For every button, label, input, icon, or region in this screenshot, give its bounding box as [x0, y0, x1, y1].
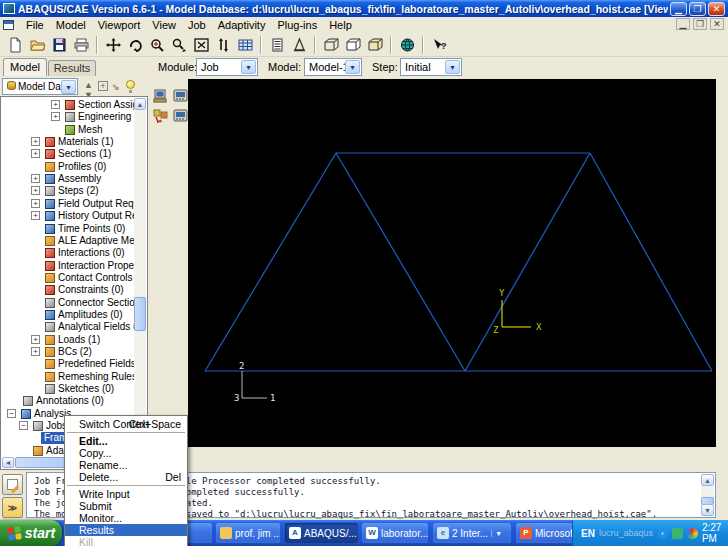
taskbar-button-prof-jim[interactable]: prof. jim ... [216, 523, 280, 543]
language-indicator[interactable]: EN [581, 528, 595, 539]
chevron-down-icon[interactable]: ▼ [445, 60, 460, 74]
menu-view[interactable]: View [146, 18, 182, 32]
note-pencil-icon [7, 479, 18, 490]
menu-plug-ins[interactable]: Plug-ins [271, 18, 323, 32]
tray-status-icon[interactable] [672, 528, 683, 539]
new-icon[interactable] [4, 35, 26, 55]
scroll-up-button[interactable]: ▲ [134, 98, 146, 110]
tree-expander[interactable]: + [31, 174, 40, 183]
context-menu-switch-context[interactable]: Switch ContextCtrl+Space [65, 418, 187, 430]
menu-model[interactable]: Model [50, 18, 92, 32]
tree-scope-combo[interactable]: Model Datab ▼ [2, 78, 78, 95]
context-menu-edit[interactable]: Edit... [65, 435, 187, 447]
tray-language-icon[interactable]: ‹ [657, 528, 668, 539]
job-create-button[interactable] [151, 87, 170, 104]
chevron-down-icon[interactable]: ▼ [345, 60, 360, 74]
scroll-up-button[interactable]: ▲ [701, 474, 714, 486]
context-menu-monitor[interactable]: Monitor... [65, 512, 187, 524]
tree-expander[interactable]: + [31, 199, 40, 208]
mdi-close-button[interactable]: ✕ [710, 18, 724, 30]
tree-expander[interactable]: − [19, 421, 28, 430]
annotations-0-icon [23, 396, 33, 406]
tree-expander[interactable]: + [51, 112, 60, 121]
start-button[interactable]: start [0, 520, 62, 546]
tree-expander[interactable]: + [31, 186, 40, 195]
job-context-menu: Switch ContextCtrl+SpaceEdit...Copy...Re… [64, 415, 188, 546]
adaptivity-create-button[interactable] [151, 107, 170, 124]
taskbar-button-2-inter[interactable]: e2 Inter...▼ [433, 523, 511, 543]
lightbulb-icon[interactable] [126, 80, 135, 89]
expand-all-icon[interactable]: + [98, 81, 108, 91]
tree-expander[interactable]: + [31, 347, 40, 356]
context-menu-copy[interactable]: Copy... [65, 447, 187, 459]
print-icon[interactable] [70, 35, 92, 55]
hiddenline-render-icon[interactable] [342, 35, 364, 55]
minimize-button[interactable]: ▁ [670, 2, 687, 16]
truss-model: YXZ213 [188, 79, 716, 447]
zoom-select-icon[interactable] [168, 35, 190, 55]
scroll-left-button[interactable]: ◄ [2, 457, 14, 468]
tree-vscroll-thumb[interactable] [134, 297, 146, 331]
taskbar-button-laborator[interactable]: Wlaborator... [362, 523, 428, 543]
tab-results[interactable]: Results [48, 60, 96, 76]
connector-sections-0-icon [45, 298, 55, 308]
menu-viewport[interactable]: Viewport [92, 18, 147, 32]
fit-icon[interactable] [190, 35, 212, 55]
taskbar-button-abaqus[interactable]: AABAQUS/... [285, 523, 358, 543]
chevron-down-icon[interactable]: ▼ [491, 530, 502, 537]
cycle-views-icon[interactable] [212, 35, 234, 55]
context-menu-delete[interactable]: Delete...Del [65, 471, 187, 483]
menu-job[interactable]: Job [182, 18, 212, 32]
tree-expander[interactable]: + [31, 149, 40, 158]
step-combo[interactable]: Initial▼ [400, 58, 462, 76]
tab-model[interactable]: Model [3, 58, 47, 76]
toolbar-separator [390, 36, 392, 54]
mdi-minimize-button[interactable]: ▁ [676, 18, 690, 30]
context-menu-submit[interactable]: Submit [65, 500, 187, 512]
model-combo[interactable]: Model-1▼ [304, 58, 362, 76]
ie-icon: e [437, 527, 449, 539]
probe-icon[interactable] [288, 35, 310, 55]
context-menu-rename[interactable]: Rename... [65, 459, 187, 471]
save-icon[interactable] [48, 35, 70, 55]
constraints-0-icon [45, 285, 55, 295]
context-help-icon[interactable]: ? [428, 35, 450, 55]
rotate-icon[interactable] [124, 35, 146, 55]
tree-expander[interactable]: + [31, 335, 40, 344]
tree-item-label: Engineering Features [78, 111, 134, 123]
pan-icon[interactable] [102, 35, 124, 55]
restore-button[interactable]: ❐ [689, 2, 706, 16]
tree-vscroll-track[interactable] [134, 110, 146, 444]
tree-expander[interactable]: + [31, 211, 40, 220]
tree-expander[interactable]: + [51, 100, 60, 109]
shaded-render-icon[interactable] [364, 35, 386, 55]
command-line-button[interactable]: ≫ [2, 497, 23, 518]
context-menu-write-input[interactable]: Write Input [65, 488, 187, 500]
viewport-canvas[interactable]: YXZ213 [188, 79, 716, 447]
kcl-prompt-icon: ≫ [8, 503, 17, 513]
close-button[interactable]: ✕ [708, 2, 725, 16]
menu-adaptivity[interactable]: Adaptivity [212, 18, 272, 32]
tray-media-icon[interactable] [687, 528, 698, 539]
menu-file[interactable]: File [20, 18, 50, 32]
views-grid-icon[interactable] [234, 35, 256, 55]
render-style-icon[interactable] [396, 35, 418, 55]
tree-expander[interactable]: + [31, 137, 40, 146]
tree-item-label: History Output Requests [58, 210, 134, 222]
module-combo[interactable]: Job▼ [196, 58, 258, 76]
menu-help[interactable]: Help [323, 18, 358, 32]
history-output-requests-icon [45, 211, 55, 221]
mdi-restore-button[interactable]: ❐ [693, 18, 707, 30]
contact-controls-0-icon [45, 273, 55, 283]
link-arrow-icon[interactable]: ⇘ [112, 82, 120, 92]
chevron-down-icon[interactable]: ▼ [241, 60, 256, 74]
magnify-icon[interactable] [146, 35, 168, 55]
scroll-down-button[interactable]: ▼ [701, 504, 714, 516]
context-menu-results[interactable]: Results [65, 524, 187, 536]
open-icon[interactable] [26, 35, 48, 55]
query-icon[interactable] [266, 35, 288, 55]
tree-expander[interactable]: − [7, 409, 16, 418]
wireframe-render-icon[interactable] [320, 35, 342, 55]
message-area-button[interactable] [2, 474, 23, 495]
chevron-down-icon[interactable]: ▼ [61, 80, 76, 94]
